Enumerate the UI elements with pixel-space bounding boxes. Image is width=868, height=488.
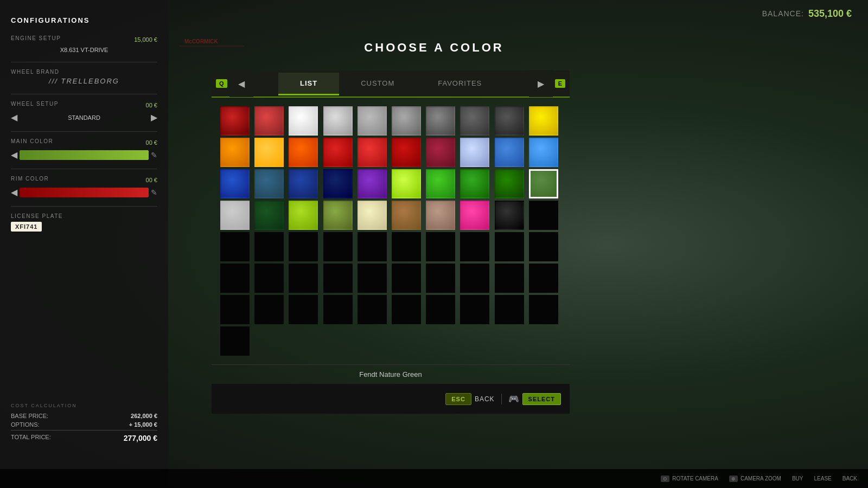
tab-list[interactable]: LIST <box>278 73 339 95</box>
color-cell[interactable] <box>392 201 421 230</box>
color-cell[interactable] <box>289 169 318 198</box>
buy-item[interactable]: BUY <box>792 476 803 481</box>
color-cell[interactable] <box>323 106 353 136</box>
wheel-setup-next[interactable]: ▶ <box>151 112 157 123</box>
color-cell[interactable] <box>358 232 387 261</box>
color-cell[interactable] <box>358 295 387 324</box>
color-cell[interactable] <box>323 232 353 261</box>
color-cell[interactable] <box>254 106 284 136</box>
tab-favorites[interactable]: FAVORITES <box>416 73 503 95</box>
color-cell[interactable] <box>254 264 284 293</box>
color-cell[interactable] <box>358 138 387 167</box>
select-icon: 🎮 <box>508 394 519 404</box>
color-cell[interactable] <box>460 169 489 198</box>
color-cell[interactable] <box>495 169 524 198</box>
color-cell[interactable] <box>220 169 250 198</box>
license-plate-label: LICENSE PLATE <box>11 213 157 219</box>
color-cell[interactable] <box>289 264 318 293</box>
color-cell[interactable] <box>460 232 489 261</box>
color-cell[interactable] <box>220 138 250 167</box>
color-cell[interactable] <box>220 264 250 293</box>
color-cell[interactable] <box>426 201 455 230</box>
color-cell[interactable] <box>358 264 387 293</box>
tab-custom[interactable]: CUSTOM <box>339 73 416 95</box>
color-cell[interactable] <box>392 169 421 198</box>
nav-left-btn[interactable]: ◀ <box>229 70 253 97</box>
key-e: E <box>555 79 565 88</box>
color-cell[interactable] <box>220 326 250 356</box>
color-cell[interactable] <box>495 201 524 230</box>
color-cell[interactable] <box>529 138 558 167</box>
color-cell[interactable] <box>392 138 421 167</box>
color-cell[interactable] <box>220 106 250 136</box>
color-cell[interactable] <box>529 106 558 136</box>
main-color-price: 00 € <box>146 139 157 146</box>
color-cell[interactable] <box>426 169 455 198</box>
color-cell[interactable] <box>289 106 318 136</box>
color-cell[interactable] <box>460 138 489 167</box>
color-cell[interactable] <box>289 232 318 261</box>
color-cell[interactable] <box>323 264 353 293</box>
color-cell[interactable] <box>254 169 284 198</box>
color-cell[interactable] <box>358 106 387 136</box>
color-cell[interactable] <box>220 201 250 230</box>
color-cell[interactable] <box>289 295 318 324</box>
color-cell[interactable] <box>323 169 353 198</box>
color-cell[interactable] <box>254 201 284 230</box>
color-cell[interactable] <box>254 295 284 324</box>
color-cell[interactable] <box>358 169 387 198</box>
color-cell[interactable] <box>529 201 558 230</box>
color-cell[interactable] <box>254 138 284 167</box>
select-button[interactable]: 🎮 SELECT <box>508 393 561 405</box>
color-cell[interactable] <box>529 169 558 198</box>
color-cell[interactable] <box>426 264 455 293</box>
total-label: TOTAL PRICE: <box>11 434 51 442</box>
color-cell[interactable] <box>323 201 353 230</box>
rim-color-edit[interactable]: ✎ <box>151 188 157 197</box>
nav-right-btn[interactable]: ▶ <box>529 70 553 97</box>
lease-item[interactable]: LEASE <box>814 476 832 481</box>
tabs-row: Q ◀ LIST CUSTOM FAVORITES ▶ E <box>212 70 570 98</box>
color-cell[interactable] <box>254 232 284 261</box>
color-cell[interactable] <box>392 106 421 136</box>
esc-button[interactable]: ESC BACK <box>445 393 494 405</box>
action-bar: ESC BACK 🎮 SELECT <box>212 384 570 414</box>
color-cell[interactable] <box>495 138 524 167</box>
color-cell[interactable] <box>495 295 524 324</box>
color-cell[interactable] <box>323 295 353 324</box>
color-cell[interactable] <box>460 106 489 136</box>
color-cell[interactable] <box>426 232 455 261</box>
color-cell[interactable] <box>426 106 455 136</box>
color-cell[interactable] <box>220 295 250 324</box>
color-cell[interactable] <box>358 201 387 230</box>
color-cell[interactable] <box>495 106 524 136</box>
wheel-setup-value: STANDARD <box>20 114 149 121</box>
color-cell[interactable] <box>323 138 353 167</box>
main-color-edit[interactable]: ✎ <box>151 151 157 159</box>
color-cell[interactable] <box>495 264 524 293</box>
color-cell[interactable] <box>529 295 558 324</box>
color-cell[interactable] <box>220 232 250 261</box>
color-cell[interactable] <box>460 264 489 293</box>
rim-color-prev[interactable]: ◀ <box>11 187 17 197</box>
color-cell[interactable] <box>289 201 318 230</box>
esc-key[interactable]: ESC <box>445 393 471 405</box>
modal-title: CHOOSE A COLOR <box>0 41 868 55</box>
color-cell[interactable] <box>392 232 421 261</box>
color-cell[interactable] <box>495 232 524 261</box>
color-cell[interactable] <box>392 295 421 324</box>
color-cell[interactable] <box>460 295 489 324</box>
main-color-prev[interactable]: ◀ <box>11 150 17 160</box>
color-cell[interactable] <box>289 138 318 167</box>
color-cell[interactable] <box>426 295 455 324</box>
color-cell[interactable] <box>460 201 489 230</box>
color-cell[interactable] <box>529 232 558 261</box>
color-cell[interactable] <box>426 138 455 167</box>
select-label[interactable]: SELECT <box>522 393 561 405</box>
back-item[interactable]: BACK <box>843 476 857 481</box>
wheel-setup-prev[interactable]: ◀ <box>11 112 17 123</box>
color-cell[interactable] <box>529 264 558 293</box>
wheel-brand-value: /// TRELLEBORG <box>11 77 157 85</box>
options-label: OPTIONS: <box>11 421 40 428</box>
color-cell[interactable] <box>392 264 421 293</box>
